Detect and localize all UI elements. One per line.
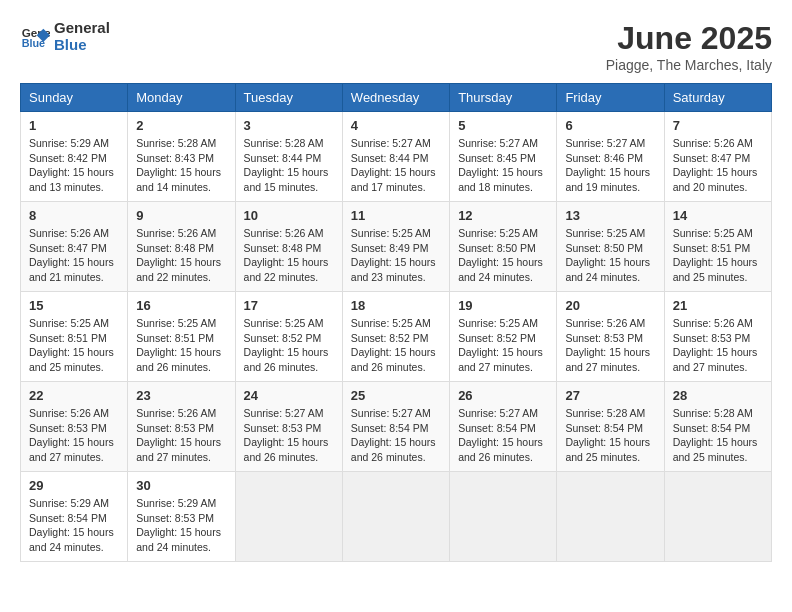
- day-info: Sunrise: 5:29 AM Sunset: 8:53 PM Dayligh…: [136, 496, 226, 555]
- day-number: 23: [136, 388, 226, 403]
- table-row: 27Sunrise: 5:28 AM Sunset: 8:54 PM Dayli…: [557, 382, 664, 472]
- day-info: Sunrise: 5:27 AM Sunset: 8:44 PM Dayligh…: [351, 136, 441, 195]
- col-thursday: Thursday: [450, 84, 557, 112]
- table-row: 6Sunrise: 5:27 AM Sunset: 8:46 PM Daylig…: [557, 112, 664, 202]
- day-info: Sunrise: 5:26 AM Sunset: 8:53 PM Dayligh…: [29, 406, 119, 465]
- day-number: 8: [29, 208, 119, 223]
- table-row: 12Sunrise: 5:25 AM Sunset: 8:50 PM Dayli…: [450, 202, 557, 292]
- table-row: [342, 472, 449, 562]
- day-number: 15: [29, 298, 119, 313]
- table-row: 3Sunrise: 5:28 AM Sunset: 8:44 PM Daylig…: [235, 112, 342, 202]
- table-row: [450, 472, 557, 562]
- day-number: 18: [351, 298, 441, 313]
- table-row: 9Sunrise: 5:26 AM Sunset: 8:48 PM Daylig…: [128, 202, 235, 292]
- day-info: Sunrise: 5:25 AM Sunset: 8:50 PM Dayligh…: [458, 226, 548, 285]
- day-info: Sunrise: 5:27 AM Sunset: 8:46 PM Dayligh…: [565, 136, 655, 195]
- day-number: 16: [136, 298, 226, 313]
- table-row: 19Sunrise: 5:25 AM Sunset: 8:52 PM Dayli…: [450, 292, 557, 382]
- day-number: 1: [29, 118, 119, 133]
- col-saturday: Saturday: [664, 84, 771, 112]
- calendar-row-3: 15Sunrise: 5:25 AM Sunset: 8:51 PM Dayli…: [21, 292, 772, 382]
- day-number: 11: [351, 208, 441, 223]
- table-row: 20Sunrise: 5:26 AM Sunset: 8:53 PM Dayli…: [557, 292, 664, 382]
- day-number: 9: [136, 208, 226, 223]
- day-info: Sunrise: 5:25 AM Sunset: 8:49 PM Dayligh…: [351, 226, 441, 285]
- calendar-header-row: Sunday Monday Tuesday Wednesday Thursday…: [21, 84, 772, 112]
- table-row: 21Sunrise: 5:26 AM Sunset: 8:53 PM Dayli…: [664, 292, 771, 382]
- table-row: 30Sunrise: 5:29 AM Sunset: 8:53 PM Dayli…: [128, 472, 235, 562]
- day-number: 17: [244, 298, 334, 313]
- col-monday: Monday: [128, 84, 235, 112]
- table-row: 8Sunrise: 5:26 AM Sunset: 8:47 PM Daylig…: [21, 202, 128, 292]
- table-row: 25Sunrise: 5:27 AM Sunset: 8:54 PM Dayli…: [342, 382, 449, 472]
- calendar-row-5: 29Sunrise: 5:29 AM Sunset: 8:54 PM Dayli…: [21, 472, 772, 562]
- day-number: 20: [565, 298, 655, 313]
- table-row: 14Sunrise: 5:25 AM Sunset: 8:51 PM Dayli…: [664, 202, 771, 292]
- day-info: Sunrise: 5:26 AM Sunset: 8:53 PM Dayligh…: [136, 406, 226, 465]
- logo-line1: General: [54, 20, 110, 37]
- day-info: Sunrise: 5:25 AM Sunset: 8:52 PM Dayligh…: [244, 316, 334, 375]
- table-row: 17Sunrise: 5:25 AM Sunset: 8:52 PM Dayli…: [235, 292, 342, 382]
- table-row: [664, 472, 771, 562]
- table-row: 18Sunrise: 5:25 AM Sunset: 8:52 PM Dayli…: [342, 292, 449, 382]
- table-row: 16Sunrise: 5:25 AM Sunset: 8:51 PM Dayli…: [128, 292, 235, 382]
- day-info: Sunrise: 5:29 AM Sunset: 8:42 PM Dayligh…: [29, 136, 119, 195]
- day-info: Sunrise: 5:25 AM Sunset: 8:52 PM Dayligh…: [458, 316, 548, 375]
- day-number: 7: [673, 118, 763, 133]
- day-number: 28: [673, 388, 763, 403]
- day-info: Sunrise: 5:25 AM Sunset: 8:51 PM Dayligh…: [136, 316, 226, 375]
- day-info: Sunrise: 5:25 AM Sunset: 8:51 PM Dayligh…: [29, 316, 119, 375]
- table-row: [235, 472, 342, 562]
- day-number: 3: [244, 118, 334, 133]
- table-row: 13Sunrise: 5:25 AM Sunset: 8:50 PM Dayli…: [557, 202, 664, 292]
- logo: General Blue General Blue: [20, 20, 110, 53]
- day-info: Sunrise: 5:25 AM Sunset: 8:50 PM Dayligh…: [565, 226, 655, 285]
- day-number: 24: [244, 388, 334, 403]
- day-number: 2: [136, 118, 226, 133]
- table-row: 4Sunrise: 5:27 AM Sunset: 8:44 PM Daylig…: [342, 112, 449, 202]
- day-info: Sunrise: 5:27 AM Sunset: 8:53 PM Dayligh…: [244, 406, 334, 465]
- day-info: Sunrise: 5:26 AM Sunset: 8:48 PM Dayligh…: [244, 226, 334, 285]
- header: General Blue General Blue June 2025 Piag…: [20, 20, 772, 73]
- day-number: 19: [458, 298, 548, 313]
- table-row: 15Sunrise: 5:25 AM Sunset: 8:51 PM Dayli…: [21, 292, 128, 382]
- calendar-row-2: 8Sunrise: 5:26 AM Sunset: 8:47 PM Daylig…: [21, 202, 772, 292]
- calendar-table: Sunday Monday Tuesday Wednesday Thursday…: [20, 83, 772, 562]
- table-row: 1Sunrise: 5:29 AM Sunset: 8:42 PM Daylig…: [21, 112, 128, 202]
- table-row: 2Sunrise: 5:28 AM Sunset: 8:43 PM Daylig…: [128, 112, 235, 202]
- table-row: 24Sunrise: 5:27 AM Sunset: 8:53 PM Dayli…: [235, 382, 342, 472]
- day-number: 27: [565, 388, 655, 403]
- day-number: 14: [673, 208, 763, 223]
- table-row: 10Sunrise: 5:26 AM Sunset: 8:48 PM Dayli…: [235, 202, 342, 292]
- day-number: 12: [458, 208, 548, 223]
- day-info: Sunrise: 5:25 AM Sunset: 8:52 PM Dayligh…: [351, 316, 441, 375]
- day-info: Sunrise: 5:27 AM Sunset: 8:54 PM Dayligh…: [458, 406, 548, 465]
- table-row: 5Sunrise: 5:27 AM Sunset: 8:45 PM Daylig…: [450, 112, 557, 202]
- day-info: Sunrise: 5:25 AM Sunset: 8:51 PM Dayligh…: [673, 226, 763, 285]
- day-info: Sunrise: 5:28 AM Sunset: 8:43 PM Dayligh…: [136, 136, 226, 195]
- day-number: 13: [565, 208, 655, 223]
- day-info: Sunrise: 5:27 AM Sunset: 8:54 PM Dayligh…: [351, 406, 441, 465]
- location: Piagge, The Marches, Italy: [606, 57, 772, 73]
- col-wednesday: Wednesday: [342, 84, 449, 112]
- day-info: Sunrise: 5:28 AM Sunset: 8:44 PM Dayligh…: [244, 136, 334, 195]
- day-info: Sunrise: 5:26 AM Sunset: 8:53 PM Dayligh…: [673, 316, 763, 375]
- calendar-row-1: 1Sunrise: 5:29 AM Sunset: 8:42 PM Daylig…: [21, 112, 772, 202]
- col-friday: Friday: [557, 84, 664, 112]
- day-number: 10: [244, 208, 334, 223]
- day-number: 21: [673, 298, 763, 313]
- title-area: June 2025 Piagge, The Marches, Italy: [606, 20, 772, 73]
- table-row: 11Sunrise: 5:25 AM Sunset: 8:49 PM Dayli…: [342, 202, 449, 292]
- table-row: 23Sunrise: 5:26 AM Sunset: 8:53 PM Dayli…: [128, 382, 235, 472]
- day-info: Sunrise: 5:28 AM Sunset: 8:54 PM Dayligh…: [673, 406, 763, 465]
- calendar-row-4: 22Sunrise: 5:26 AM Sunset: 8:53 PM Dayli…: [21, 382, 772, 472]
- day-info: Sunrise: 5:26 AM Sunset: 8:47 PM Dayligh…: [673, 136, 763, 195]
- table-row: 22Sunrise: 5:26 AM Sunset: 8:53 PM Dayli…: [21, 382, 128, 472]
- table-row: [557, 472, 664, 562]
- month-title: June 2025: [606, 20, 772, 57]
- day-info: Sunrise: 5:26 AM Sunset: 8:53 PM Dayligh…: [565, 316, 655, 375]
- table-row: 28Sunrise: 5:28 AM Sunset: 8:54 PM Dayli…: [664, 382, 771, 472]
- table-row: 7Sunrise: 5:26 AM Sunset: 8:47 PM Daylig…: [664, 112, 771, 202]
- table-row: 29Sunrise: 5:29 AM Sunset: 8:54 PM Dayli…: [21, 472, 128, 562]
- day-number: 29: [29, 478, 119, 493]
